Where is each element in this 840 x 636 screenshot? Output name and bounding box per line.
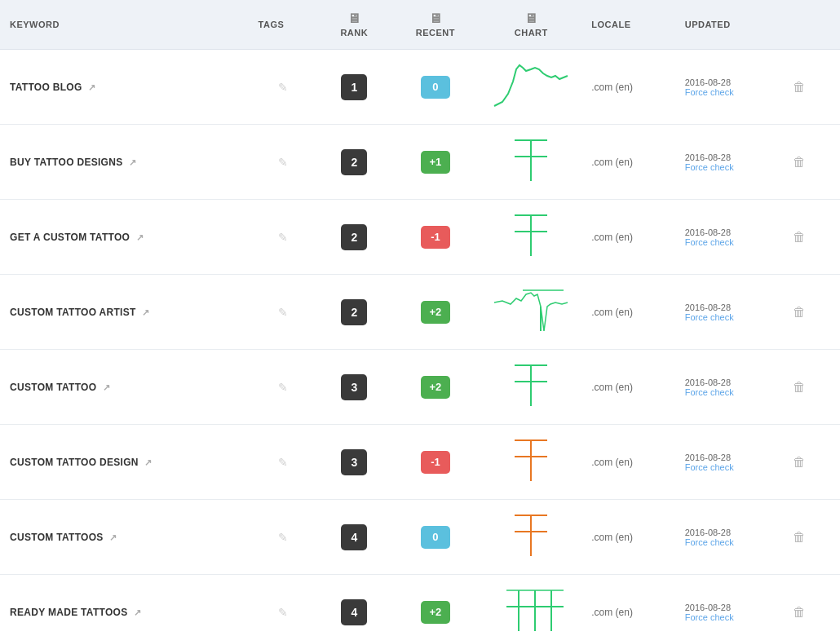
external-link-icon[interactable]: ↗ xyxy=(88,82,95,92)
edit-tags-icon[interactable]: ✎ xyxy=(278,156,288,169)
delete-cell: 🗑 xyxy=(780,125,840,200)
recent-badge: +2 xyxy=(421,601,450,624)
chart-cell xyxy=(480,575,581,637)
keyword-cell: TATTOO BLOG ↗ xyxy=(0,50,249,125)
external-link-icon[interactable]: ↗ xyxy=(134,607,141,617)
table-row: READY MADE TATTOOS ↗ ✎ 4 +2 .com (en) 20… xyxy=(0,575,840,637)
col-chart: 🖥 CHART xyxy=(480,0,581,50)
tags-cell: ✎ xyxy=(249,425,318,500)
delete-button[interactable]: 🗑 xyxy=(789,452,809,473)
rank-cell: 1 xyxy=(318,50,391,125)
tags-cell: ✎ xyxy=(249,500,318,575)
chart-cell xyxy=(480,350,581,425)
delete-cell: 🗑 xyxy=(780,50,840,125)
updated-cell: 2016-08-28 Force check xyxy=(675,275,780,350)
delete-button[interactable]: 🗑 xyxy=(789,527,809,548)
rank-badge: 2 xyxy=(341,224,367,250)
rank-badge: 1 xyxy=(341,74,367,100)
tags-cell: ✎ xyxy=(249,275,318,350)
locale-cell: .com (en) xyxy=(581,500,674,575)
updated-cell: 2016-08-28 Force check xyxy=(675,200,780,275)
rank-monitor-icon: 🖥 xyxy=(328,11,381,26)
delete-button[interactable]: 🗑 xyxy=(789,227,809,248)
col-recent: 🖥 RECENT xyxy=(391,0,481,50)
table-row: CUSTOM TATTOO ↗ ✎ 3 +2 .com (en) 2016-08… xyxy=(0,350,840,425)
force-check-link[interactable]: Force check xyxy=(685,162,771,172)
updated-cell: 2016-08-28 Force check xyxy=(675,575,780,637)
delete-button[interactable]: 🗑 xyxy=(789,77,809,98)
recent-badge: +2 xyxy=(421,376,450,399)
force-check-link[interactable]: Force check xyxy=(685,612,771,622)
col-rank: 🖥 RANK xyxy=(318,0,391,50)
external-link-icon[interactable]: ↗ xyxy=(109,532,117,542)
table-row: TATTOO BLOG ↗ ✎ 1 0 .com (en) 2016-08-28… xyxy=(0,50,840,125)
table-row: CUSTOM TATTOO DESIGN ↗ ✎ 3 -1 .com (en) … xyxy=(0,425,840,500)
force-check-link[interactable]: Force check xyxy=(685,237,771,247)
delete-cell: 🗑 xyxy=(780,425,840,500)
locale-cell: .com (en) xyxy=(581,200,674,275)
rank-cell: 2 xyxy=(318,200,391,275)
edit-tags-icon[interactable]: ✎ xyxy=(278,231,288,244)
recent-cell: -1 xyxy=(391,200,481,275)
delete-cell: 🗑 xyxy=(780,200,840,275)
locale-cell: .com (en) xyxy=(581,50,674,125)
recent-badge: +2 xyxy=(421,301,450,324)
keywords-table: KEYWORD TAGS 🖥 RANK 🖥 RECENT 🖥 CHART LOC… xyxy=(0,0,840,636)
col-delete xyxy=(780,0,840,50)
col-keyword: KEYWORD xyxy=(0,0,249,50)
updated-cell: 2016-08-28 Force check xyxy=(675,125,780,200)
delete-cell: 🗑 xyxy=(780,500,840,575)
delete-cell: 🗑 xyxy=(780,350,840,425)
tags-cell: ✎ xyxy=(249,50,318,125)
locale-cell: .com (en) xyxy=(581,125,674,200)
recent-badge: -1 xyxy=(421,226,450,249)
rank-cell: 3 xyxy=(318,350,391,425)
rank-badge: 3 xyxy=(341,374,367,400)
table-row: CUSTOM TATTOO ARTIST ↗ ✎ 2 +2 .com (en) … xyxy=(0,275,840,350)
force-check-link[interactable]: Force check xyxy=(685,387,771,397)
updated-cell: 2016-08-28 Force check xyxy=(675,350,780,425)
force-check-link[interactable]: Force check xyxy=(685,462,771,472)
recent-cell: -1 xyxy=(391,425,481,500)
edit-tags-icon[interactable]: ✎ xyxy=(278,81,288,94)
external-link-icon[interactable]: ↗ xyxy=(142,307,149,317)
delete-button[interactable]: 🗑 xyxy=(789,602,809,623)
updated-cell: 2016-08-28 Force check xyxy=(675,50,780,125)
edit-tags-icon[interactable]: ✎ xyxy=(278,306,288,319)
edit-tags-icon[interactable]: ✎ xyxy=(278,456,288,469)
external-link-icon[interactable]: ↗ xyxy=(103,382,110,392)
force-check-link[interactable]: Force check xyxy=(685,312,771,322)
recent-badge: 0 xyxy=(421,526,450,549)
external-link-icon[interactable]: ↗ xyxy=(136,232,144,242)
rank-cell: 2 xyxy=(318,125,391,200)
recent-cell: +2 xyxy=(391,575,481,637)
col-tags: TAGS xyxy=(249,0,318,50)
table-row: BUY TATTOO DESIGNS ↗ ✎ 2 +1 .com (en) 20… xyxy=(0,125,840,200)
force-check-link[interactable]: Force check xyxy=(685,537,771,547)
rank-badge: 2 xyxy=(341,149,367,175)
edit-tags-icon[interactable]: ✎ xyxy=(278,606,288,619)
rank-cell: 4 xyxy=(318,575,391,637)
keyword-cell: CUSTOM TATTOO DESIGN ↗ xyxy=(0,425,249,500)
recent-cell: +2 xyxy=(391,350,481,425)
recent-cell: 0 xyxy=(391,50,481,125)
delete-button[interactable]: 🗑 xyxy=(789,152,809,173)
col-updated: UPDATED xyxy=(675,0,780,50)
external-link-icon[interactable]: ↗ xyxy=(144,457,152,467)
chart-cell xyxy=(480,500,581,575)
tags-cell: ✎ xyxy=(249,200,318,275)
delete-button[interactable]: 🗑 xyxy=(789,377,809,398)
tags-cell: ✎ xyxy=(249,575,318,637)
external-link-icon[interactable]: ↗ xyxy=(129,157,136,167)
recent-badge: -1 xyxy=(421,451,450,474)
recent-cell: 0 xyxy=(391,500,481,575)
chart-cell xyxy=(480,50,581,125)
edit-tags-icon[interactable]: ✎ xyxy=(278,531,288,544)
keyword-cell: GET A CUSTOM TATTOO ↗ xyxy=(0,200,249,275)
keyword-cell: CUSTOM TATTOO ↗ xyxy=(0,350,249,425)
force-check-link[interactable]: Force check xyxy=(685,87,771,97)
edit-tags-icon[interactable]: ✎ xyxy=(278,381,288,394)
keyword-cell: READY MADE TATTOOS ↗ xyxy=(0,575,249,637)
delete-cell: 🗑 xyxy=(780,575,840,637)
delete-button[interactable]: 🗑 xyxy=(789,302,809,323)
